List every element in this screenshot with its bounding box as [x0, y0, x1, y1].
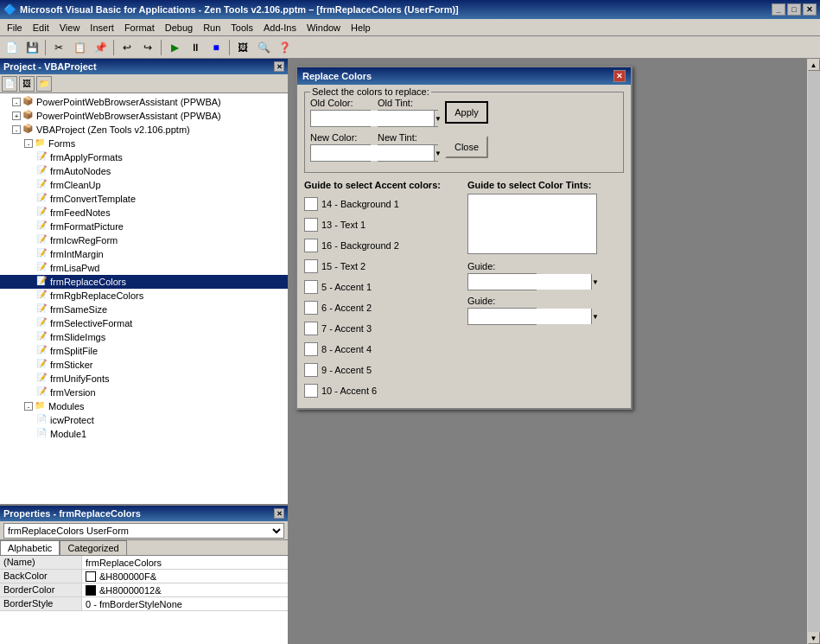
prop-val-bordercolor[interactable]: &H80000012& — [82, 583, 288, 596]
menu-insert[interactable]: Insert — [85, 21, 119, 35]
menu-help[interactable]: Help — [346, 21, 376, 35]
toolbar-cut-btn[interactable]: ✂ — [49, 38, 68, 57]
prop-val-borderstyle[interactable]: 0 - fmBorderStyleNone — [82, 597, 288, 610]
tree-item-modules-folder[interactable]: - 📁 Modules — [0, 399, 288, 413]
new-color-input[interactable] — [311, 145, 434, 161]
toolbar-userform-btn[interactable]: 🖼 — [233, 38, 252, 57]
guide2-dropdown-btn[interactable]: ▼ — [591, 309, 599, 324]
tree-item-icwProtect[interactable]: 📄 icwProtect — [0, 413, 288, 427]
accent-item-13[interactable]: 13 - Text 1 — [304, 214, 461, 235]
tree-item-frmIntMargin[interactable]: 📝 frmIntMargin — [0, 247, 288, 261]
toolbar-copy-btn[interactable]: 📋 — [70, 38, 89, 57]
expander-modules[interactable]: - — [24, 402, 33, 411]
expander-ppwba2[interactable]: + — [12, 112, 21, 120]
accent-item-8[interactable]: 8 - Accent 4 — [304, 339, 461, 360]
tree-item-frmIcwRegForm[interactable]: 📝 frmIcwRegForm — [0, 233, 288, 247]
menu-run[interactable]: Run — [198, 21, 226, 35]
tree-item-frmCleanUp[interactable]: 📝 frmCleanUp — [0, 178, 288, 192]
prop-val-name[interactable]: frmReplaceColors — [82, 556, 288, 569]
guide1-combo[interactable]: ▼ — [467, 273, 537, 290]
old-color-combo[interactable]: ▼ — [310, 110, 371, 127]
guide1-input[interactable] — [468, 274, 591, 290]
dialog-close-btn[interactable]: ✕ — [613, 70, 626, 82]
prop-val-backcolor[interactable]: &H800000F& — [82, 570, 288, 583]
tree-item-vbaproject[interactable]: - 📦 VBAProject (Zen Tools v2.106.pptm) — [0, 123, 288, 137]
tree-item-frmReplaceColors[interactable]: 📝 frmReplaceColors — [0, 275, 288, 289]
tree-item-frmVersion[interactable]: 📝 frmVersion — [0, 386, 288, 399]
tab-categorized[interactable]: Categorized — [60, 540, 126, 555]
tree-item-frmSlideImgs[interactable]: 📝 frmSlideImgs — [0, 330, 288, 344]
tree-item-frmApplyFormats[interactable]: 📝 frmApplyFormats — [0, 150, 288, 164]
accent-item-14[interactable]: 14 - Background 1 — [304, 194, 461, 214]
tree-item-frmConvertTemplate[interactable]: 📝 frmConvertTemplate — [0, 192, 288, 206]
close-button[interactable]: ✕ — [803, 3, 817, 16]
toolbar-run-btn[interactable]: ▶ — [165, 38, 184, 57]
project-panel-close[interactable]: ✕ — [274, 61, 284, 72]
toolbar-save-btn[interactable]: 💾 — [22, 38, 41, 57]
project-view-object-btn[interactable]: 🖼 — [19, 76, 35, 92]
toolbar-help-btn[interactable]: ❓ — [275, 38, 294, 57]
old-color-input[interactable] — [311, 111, 434, 126]
menu-addins[interactable]: Add-Ins — [258, 21, 302, 35]
tree-item-frmSplitFile[interactable]: 📝 frmSplitFile — [0, 344, 288, 358]
tree-item-ppwba2[interactable]: + 📦 PowerPointWebBrowserAssistant (PPWBA… — [0, 109, 288, 123]
tree-item-frmFeedNotes[interactable]: 📝 frmFeedNotes — [0, 206, 288, 220]
props-panel-close[interactable]: ✕ — [274, 508, 284, 519]
toolbar-stop-btn[interactable]: ■ — [207, 38, 226, 57]
accent-item-10[interactable]: 10 - Accent 6 — [304, 380, 461, 401]
menu-edit[interactable]: Edit — [28, 21, 54, 35]
menu-format[interactable]: Format — [119, 21, 160, 35]
scroll-up-btn[interactable]: ▲ — [808, 59, 820, 71]
toolbar-new-btn[interactable]: 📄 — [2, 38, 21, 57]
project-tree[interactable]: - 📦 PowerPointWebBrowserAssistant (PPWBA… — [0, 93, 288, 504]
tree-item-ppwba1[interactable]: - 📦 PowerPointWebBrowserAssistant (PPWBA… — [0, 95, 288, 109]
accent-item-9[interactable]: 9 - Accent 5 — [304, 360, 461, 380]
accent-item-7[interactable]: 7 - Accent 3 — [304, 318, 461, 339]
accent-item-15[interactable]: 15 - Text 2 — [304, 256, 461, 277]
form-icon: 📝 — [36, 262, 48, 274]
main-scrollbar[interactable]: ▲ ▼ — [806, 59, 820, 644]
guide2-combo[interactable]: ▼ — [467, 308, 537, 325]
accent-item-5[interactable]: 5 - Accent 1 — [304, 277, 461, 297]
menu-view[interactable]: View — [54, 21, 86, 35]
tree-item-frmFormatPicture[interactable]: 📝 frmFormatPicture — [0, 220, 288, 233]
expander-vbaproject[interactable]: - — [12, 125, 21, 134]
tree-item-frmSameSize[interactable]: 📝 frmSameSize — [0, 303, 288, 316]
accent-item-6[interactable]: 6 - Accent 2 — [304, 297, 461, 318]
tree-item-frmSticker[interactable]: 📝 frmSticker — [0, 358, 288, 372]
menu-window[interactable]: Window — [302, 21, 346, 35]
toolbar-undo-btn[interactable]: ↩ — [118, 38, 137, 57]
tree-item-frmSelectiveFormat[interactable]: 📝 frmSelectiveFormat — [0, 316, 288, 330]
toolbar-pause-btn[interactable]: ⏸ — [186, 38, 205, 57]
scroll-down-btn[interactable]: ▼ — [808, 632, 820, 644]
maximize-button[interactable]: □ — [787, 3, 801, 16]
old-color-group: Old Color: ▼ — [310, 98, 371, 127]
tab-alphabetic[interactable]: Alphabetic — [0, 540, 60, 555]
project-view-code-btn[interactable]: 📄 — [2, 76, 17, 92]
new-color-dropdown-btn[interactable]: ▼ — [434, 145, 442, 161]
close-button[interactable]: Close — [445, 136, 488, 158]
guide2-input[interactable] — [468, 309, 591, 324]
toolbar-redo-btn[interactable]: ↪ — [138, 38, 157, 57]
accent-item-16[interactable]: 16 - Background 2 — [304, 235, 461, 256]
menu-debug[interactable]: Debug — [160, 21, 198, 35]
tree-item-frmAutoNodes[interactable]: 📝 frmAutoNodes — [0, 164, 288, 178]
tree-item-Module1[interactable]: 📄 Module1 — [0, 427, 288, 441]
props-form-select[interactable]: frmReplaceColors UserForm — [3, 523, 284, 539]
expander-ppwba1[interactable]: - — [12, 98, 21, 106]
toolbar-debug-btn[interactable]: 🔍 — [254, 38, 273, 57]
tree-item-frmUnifyFonts[interactable]: 📝 frmUnifyFonts — [0, 372, 288, 386]
tree-item-frmRgbReplaceColors[interactable]: 📝 frmRgbReplaceColors — [0, 289, 288, 303]
menu-file[interactable]: File — [2, 21, 28, 35]
new-color-combo[interactable]: ▼ — [310, 144, 371, 162]
expander-forms[interactable]: - — [24, 139, 33, 148]
project-toggle-folders-btn[interactable]: 📁 — [36, 76, 52, 92]
guide1-dropdown-btn[interactable]: ▼ — [591, 274, 599, 290]
minimize-button[interactable]: _ — [772, 3, 785, 16]
toolbar-paste-btn[interactable]: 📌 — [91, 38, 110, 57]
old-color-dropdown-btn[interactable]: ▼ — [434, 111, 442, 126]
menu-tools[interactable]: Tools — [226, 21, 258, 35]
tree-item-frmLisaPwd[interactable]: 📝 frmLisaPwd — [0, 261, 288, 275]
tree-item-forms-folder[interactable]: - 📁 Forms — [0, 137, 288, 150]
apply-button[interactable]: Apply — [445, 101, 488, 124]
